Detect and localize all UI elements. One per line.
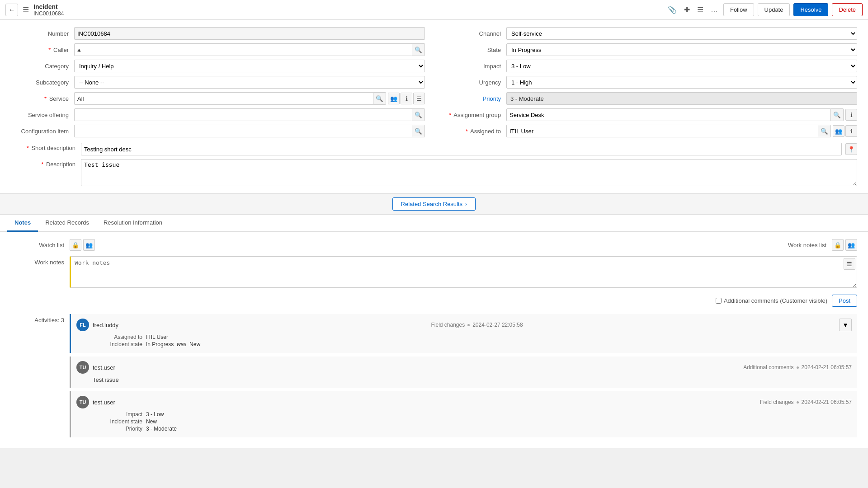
tab-notes[interactable]: Notes — [7, 215, 38, 232]
caller-search-button[interactable]: 🔍 — [412, 43, 425, 56]
watch-list-group-icon[interactable]: 👥 — [83, 239, 95, 251]
service-list-icon[interactable]: ☰ — [413, 93, 425, 104]
incident-title-block: Incident INC0010684 — [33, 3, 64, 17]
priority-link[interactable]: Priority — [483, 95, 501, 102]
username-1: fred.luddy — [93, 322, 118, 328]
service-people-icon[interactable]: 👥 — [388, 93, 400, 104]
service-offering-field[interactable] — [74, 108, 412, 121]
channel-row: Channel Self-service Email Phone Walk-in — [443, 27, 857, 40]
channel-select[interactable]: Self-service Email Phone Walk-in — [506, 27, 857, 40]
subcategory-label: Subcategory — [11, 79, 74, 86]
activity-item: TU test.user Additional comments 2024-02… — [70, 357, 857, 388]
avatar-tu-1: TU — [76, 361, 89, 374]
post-button[interactable]: Post — [832, 295, 857, 307]
update-button[interactable]: Update — [758, 3, 790, 16]
activity-filter-icon-1[interactable]: ▼ — [839, 319, 852, 331]
assigned-to-info-icon[interactable]: ℹ — [845, 125, 857, 137]
service-icon-group: 👥 ℹ ☰ — [388, 93, 425, 104]
additional-comments-label: Additional comments (Customer visible) — [716, 297, 827, 304]
header: ← ☰ Incident INC0010684 📎 ✚ ☰ … Follow U… — [0, 0, 868, 20]
work-notes-list-row: Work notes list 🔒 👥 — [773, 239, 857, 251]
watch-list-actions: 🔒 👥 — [70, 239, 95, 251]
tab-related-records[interactable]: Related Records — [38, 215, 96, 232]
username-2: test.user — [93, 364, 115, 371]
service-row: * Service 🔍 👥 ℹ ☰ — [11, 92, 425, 105]
assigned-to-field[interactable] — [506, 125, 818, 137]
follow-button[interactable]: Follow — [723, 3, 754, 16]
caller-label: * Caller — [11, 47, 74, 53]
priority-row: Priority 3 - Moderate — [443, 92, 857, 105]
short-desc-input-wrap: 📍 — [81, 143, 857, 155]
short-desc-location-icon[interactable]: 📍 — [845, 143, 857, 155]
short-desc-field[interactable] — [81, 143, 842, 155]
impact-select[interactable]: 1 - High 2 - Medium 3 - Low — [506, 60, 857, 72]
work-notes-list-group-icon[interactable]: 👥 — [845, 239, 857, 251]
service-input-wrap: 🔍 — [74, 92, 386, 105]
assignment-group-info-icon[interactable]: ℹ — [845, 109, 857, 121]
work-notes-list-actions: 🔒 👥 — [832, 239, 857, 251]
more-options-icon[interactable]: … — [709, 4, 720, 16]
related-search-button[interactable]: Related Search Results › — [392, 197, 476, 211]
config-item-field[interactable] — [74, 125, 412, 137]
state-row: State New In Progress On Hold Resolved C… — [443, 43, 857, 56]
resolve-button[interactable]: Resolve — [793, 3, 828, 16]
config-item-input-wrap: 🔍 — [74, 125, 425, 137]
form-grid: Number * Caller 🔍 Category Inquiry / Hel… — [11, 27, 857, 141]
tabs: Notes Related Records Resolution Informa… — [7, 215, 861, 231]
work-notes-template-icon[interactable]: ☰ — [844, 258, 855, 270]
service-info-icon[interactable]: ℹ — [401, 93, 412, 104]
settings-icon[interactable]: ☰ — [695, 4, 705, 16]
form-area: Number * Caller 🔍 Category Inquiry / Hel… — [0, 20, 868, 193]
header-right: 📎 ✚ ☰ … Follow Update Resolve Delete — [666, 3, 863, 16]
caller-field[interactable] — [74, 43, 412, 56]
urgency-select[interactable]: 1 - High 2 - Medium 3 - Low — [506, 76, 857, 89]
short-desc-row: * Short description 📍 — [11, 143, 857, 155]
service-field[interactable] — [74, 92, 373, 105]
tab-resolution-information[interactable]: Resolution Information — [96, 215, 170, 232]
work-notes-field[interactable] — [70, 256, 857, 288]
activity-meta-3: Field changes 2024-02-21 06:05:57 — [760, 399, 852, 405]
activity-user-1: FL fred.luddy — [76, 319, 118, 331]
urgency-label: Urgency — [443, 79, 506, 86]
additional-comments-checkbox[interactable] — [716, 298, 722, 304]
add-icon[interactable]: ✚ — [682, 4, 692, 16]
service-search-button[interactable]: 🔍 — [373, 92, 386, 105]
category-select[interactable]: Inquiry / Help Software Hardware Network — [74, 60, 425, 72]
hamburger-icon[interactable]: ☰ — [23, 5, 29, 14]
incident-type-label: Incident — [33, 3, 64, 10]
assigned-to-search-button[interactable]: 🔍 — [818, 125, 831, 137]
attach-icon[interactable]: 📎 — [666, 4, 679, 16]
assignment-group-search-button[interactable]: 🔍 — [831, 108, 844, 121]
assigned-to-row: * Assigned to 🔍 👥 ℹ — [443, 125, 857, 137]
service-offering-row: Service offering 🔍 — [11, 108, 425, 121]
config-item-search-button[interactable]: 🔍 — [412, 125, 425, 137]
description-field[interactable]: Test issue — [81, 159, 857, 186]
watch-list-label: Watch list — [11, 242, 70, 249]
service-offering-label: Service offering — [11, 112, 74, 118]
activity-field-row: Assigned to ITIL User — [93, 334, 852, 340]
activity-text-2: Test issue — [76, 376, 852, 383]
caller-required-star: * — [48, 47, 51, 53]
service-offering-search-button[interactable]: 🔍 — [412, 108, 425, 121]
assignment-group-field[interactable] — [506, 108, 831, 121]
subcategory-select[interactable]: -- None -- — [74, 76, 425, 89]
back-button[interactable]: ← — [5, 4, 18, 16]
category-label: Category — [11, 63, 74, 70]
assigned-to-people-icon[interactable]: 👥 — [833, 125, 844, 137]
activity-field-row: Incident state New — [93, 418, 852, 425]
number-field[interactable] — [74, 27, 425, 40]
caller-row: * Caller 🔍 — [11, 43, 425, 56]
work-notes-wrap: ☰ — [70, 256, 857, 289]
watch-list-row: Watch list 🔒 👥 — [11, 239, 95, 251]
state-select[interactable]: New In Progress On Hold Resolved Closed — [506, 43, 857, 56]
incident-number-label: INC0010684 — [33, 10, 64, 17]
number-row: Number — [11, 27, 425, 40]
right-column: Channel Self-service Email Phone Walk-in… — [443, 27, 857, 141]
category-row: Category Inquiry / Help Software Hardwar… — [11, 60, 425, 72]
delete-button[interactable]: Delete — [832, 3, 863, 16]
activity-header-row-3: TU test.user Field changes 2024-02-21 06… — [76, 396, 852, 408]
watch-list-lock-icon[interactable]: 🔒 — [70, 239, 81, 251]
work-notes-list-lock-icon[interactable]: 🔒 — [832, 239, 844, 251]
additional-comments-row: Additional comments (Customer visible) P… — [11, 295, 857, 307]
activity-header-row-2: TU test.user Additional comments 2024-02… — [76, 361, 852, 374]
